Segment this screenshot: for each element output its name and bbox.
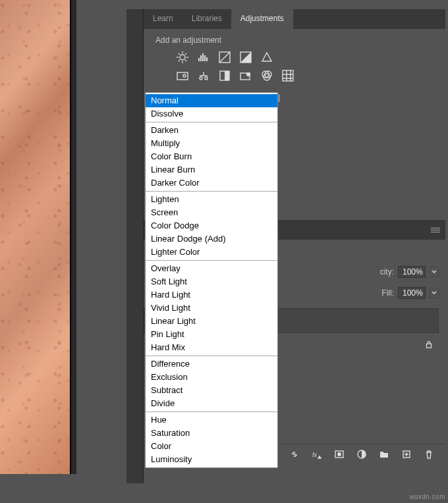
blend-mode-dropdown[interactable]: NormalDissolveDarkenMultiplyColor BurnLi…: [145, 92, 278, 468]
blend-mode-option[interactable]: Difference: [146, 357, 277, 371]
channel-mixer-icon[interactable]: [238, 68, 253, 83]
fill-control: Fill: 100%: [381, 287, 439, 299]
fill-value[interactable]: 100%: [398, 287, 426, 299]
tab-libraries[interactable]: Libraries: [182, 9, 231, 29]
svg-point-27: [337, 452, 341, 456]
blend-mode-option[interactable]: Linear Dodge (Add): [146, 232, 277, 246]
blend-mode-option[interactable]: Exclusion: [146, 371, 277, 384]
image-preview[interactable]: [0, 0, 71, 474]
blend-mode-option[interactable]: Soft Light: [146, 275, 277, 288]
svg-point-5: [200, 77, 202, 80]
blend-mode-option[interactable]: Overlay: [146, 262, 277, 275]
blend-mode-option[interactable]: Color Burn: [146, 150, 277, 163]
levels-icon[interactable]: [196, 50, 211, 65]
blend-mode-option[interactable]: Divide: [146, 397, 277, 410]
blend-mode-option[interactable]: Lighten: [146, 193, 277, 206]
svg-point-0: [180, 55, 185, 60]
brightness-contrast-icon[interactable]: [175, 50, 190, 65]
adjustments-panel: Add an adjustment: [144, 29, 445, 91]
blend-mode-option[interactable]: Subtract: [146, 384, 277, 397]
blend-mode-option[interactable]: Hard Light: [146, 288, 277, 302]
opacity-control: city: 100%: [380, 266, 439, 278]
adjustment-layer-icon[interactable]: [354, 447, 369, 462]
panel-menu-icon[interactable]: [431, 226, 440, 233]
blend-mode-option[interactable]: Vivid Light: [146, 302, 277, 315]
svg-text:fx: fx: [312, 452, 318, 458]
posterize-icon[interactable]: [281, 68, 295, 83]
watermark: wsxdn.com: [409, 493, 445, 500]
layer-group-icon[interactable]: [377, 447, 391, 462]
exposure-icon[interactable]: [238, 50, 253, 65]
color-balance-icon[interactable]: [196, 68, 211, 83]
blend-mode-option[interactable]: Multiply: [146, 137, 277, 150]
opacity-value[interactable]: 100%: [398, 266, 426, 278]
svg-point-9: [246, 72, 250, 76]
curves-icon[interactable]: [217, 50, 232, 65]
dropdown-scroll-icon[interactable]: [277, 94, 280, 102]
blend-mode-option[interactable]: Saturation: [146, 427, 277, 440]
adjustment-icons-row1: [175, 50, 437, 65]
blend-mode-option[interactable]: Darken: [146, 124, 277, 137]
blend-mode-option[interactable]: Linear Light: [146, 315, 277, 328]
canvas-workspace: [0, 0, 76, 474]
blend-mode-option[interactable]: Luminosity: [146, 453, 277, 466]
svg-point-6: [205, 77, 208, 80]
blend-mode-option[interactable]: Hue: [146, 413, 277, 427]
blend-mode-option[interactable]: Lighter Color: [146, 246, 277, 259]
tab-learn[interactable]: Learn: [144, 9, 182, 29]
blend-mode-option[interactable]: Color Dodge: [146, 219, 277, 232]
layer-mask-icon[interactable]: [332, 447, 347, 462]
link-layers-icon[interactable]: [287, 447, 302, 462]
blend-mode-option[interactable]: Linear Burn: [146, 163, 277, 176]
lock-indicator-icon: [424, 340, 434, 352]
blend-mode-option[interactable]: Darker Color: [146, 176, 277, 190]
photo-filter-icon[interactable]: [175, 68, 190, 83]
blend-mode-option[interactable]: Color: [146, 440, 277, 453]
color-lookup-icon[interactable]: [260, 68, 274, 83]
blend-mode-option[interactable]: Pin Light: [146, 328, 277, 341]
blend-mode-option[interactable]: Dissolve: [146, 107, 277, 120]
new-layer-icon[interactable]: [399, 447, 414, 462]
fill-dropdown-icon[interactable]: [430, 288, 439, 298]
add-adjustment-label: Add an adjustment: [155, 36, 437, 45]
adjustment-icons-row2: [175, 68, 437, 83]
delete-layer-icon[interactable]: [422, 447, 436, 462]
opacity-label: city:: [380, 267, 394, 277]
blend-mode-option[interactable]: Screen: [146, 206, 277, 219]
blend-mode-option[interactable]: Normal: [146, 94, 277, 107]
fill-label: Fill:: [381, 288, 394, 298]
black-white-icon[interactable]: [217, 68, 232, 83]
panel-side-rail: [126, 9, 144, 483]
tab-adjustments[interactable]: Adjustments: [231, 9, 293, 29]
svg-rect-24: [427, 344, 432, 348]
svg-rect-13: [283, 70, 293, 81]
layer-effects-icon[interactable]: fx: [310, 447, 324, 462]
vibrance-icon[interactable]: [260, 50, 274, 65]
svg-point-4: [183, 74, 186, 77]
opacity-dropdown-icon[interactable]: [430, 267, 439, 277]
blend-mode-option[interactable]: Hard Mix: [146, 341, 277, 354]
panel-tabs: Learn Libraries Adjustments: [144, 9, 445, 29]
